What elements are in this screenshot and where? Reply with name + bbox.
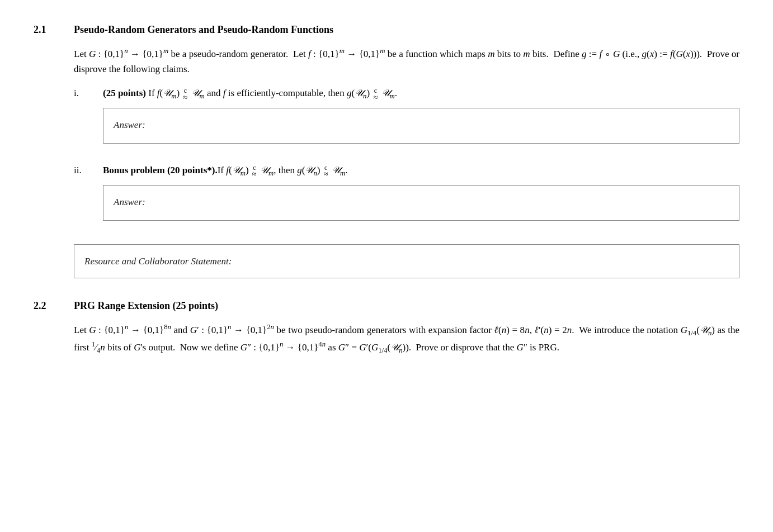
section-2-1-title: Pseudo-Random Generators and Pseudo-Rand… [74,22,333,37]
problem-item-ii: ii. Bonus problem (20 points*).If f(𝒰m) … [74,163,739,231]
section-2-1-body: Let G : {0,1}n → {0,1}m be a pseudo-rand… [74,45,739,278]
section-2-2: 2.2 PRG Range Extension (25 points) Let … [34,298,739,357]
problem-content-ii: Bonus problem (20 points*).If f(𝒰m) c ≈ … [103,163,739,231]
problem-i-text: (25 points) If f(𝒰m) c ≈ 𝒰m and f is eff… [103,88,397,98]
section-2-2-title: PRG Range Extension (25 points) [74,298,218,314]
problem-ii-text: Bonus problem (20 points*).If f(𝒰m) c ≈ … [103,165,347,175]
section-2-1-paragraph-1: Let G : {0,1}n → {0,1}m be a pseudo-rand… [74,45,739,77]
section-2-2-number: 2.2 [34,298,60,314]
section-2-2-body: Let G : {0,1}n → {0,1}8n and G′ : {0,1}n… [74,321,739,357]
section-2-2-paragraph-1: Let G : {0,1}n → {0,1}8n and G′ : {0,1}n… [74,321,739,357]
problem-label-i: i. [74,86,92,101]
problem-item-i: i. (25 points) If f(𝒰m) c ≈ 𝒰m and f is … [74,86,739,154]
resource-collaborator-box: Resource and Collaborator Statement: [74,244,739,278]
approx-c-symbol-3: c ≈ [252,164,257,178]
answer-label-ii: Answer: [114,197,145,207]
problem-label-ii: ii. [74,163,92,178]
problem-content-i: (25 points) If f(𝒰m) c ≈ 𝒰m and f is eff… [103,86,739,154]
answer-label-i: Answer: [114,120,145,130]
approx-c-symbol-2: c ≈ [373,87,378,101]
section-2-1: 2.1 Pseudo-Random Generators and Pseudo-… [34,22,739,278]
problem-list-2-1: i. (25 points) If f(𝒰m) c ≈ 𝒰m and f is … [74,86,739,231]
problem-i-points: (25 points) [103,88,146,98]
answer-box-ii: Answer: [103,185,739,221]
section-2-1-header: 2.1 Pseudo-Random Generators and Pseudo-… [34,22,739,37]
section-2-1-number: 2.1 [34,22,60,37]
approx-c-symbol-1: c ≈ [183,87,187,101]
problem-ii-points: Bonus problem (20 points*). [103,165,218,175]
section-2-2-header: 2.2 PRG Range Extension (25 points) [34,298,739,314]
answer-box-i: Answer: [103,108,739,144]
approx-c-symbol-4: c ≈ [324,164,328,178]
resource-label: Resource and Collaborator Statement: [84,256,232,267]
